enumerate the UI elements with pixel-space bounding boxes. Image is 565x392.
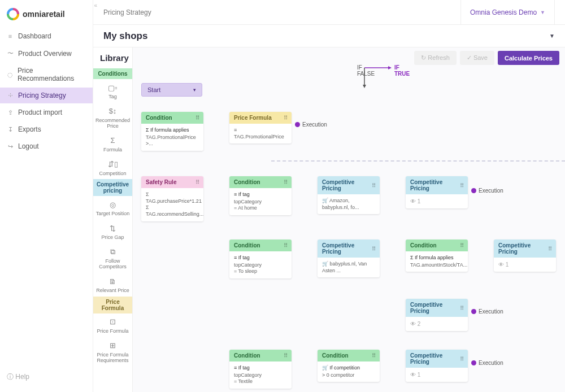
drag-icon[interactable]: ⠿ [460, 242, 463, 249]
nav-icon: ⸭ [7, 92, 14, 99]
sidebar: « omniaretail ≡Dashboard〜Product Overvie… [0, 0, 93, 392]
drag-icon[interactable]: ⠿ [284, 115, 287, 121]
competitive-pricing-node[interactable]: Competitive Pricing⠿ 👁 1 [494, 239, 556, 272]
start-node[interactable]: Start▾ [141, 83, 202, 97]
lib-icon: Σ [110, 136, 115, 145]
drag-icon[interactable]: ⠿ [372, 182, 375, 189]
page-title: Pricing Strategy [103, 8, 151, 16]
logo-text: omniaretail [23, 10, 65, 19]
library-item-recommended-price[interactable]: $↕Recommended Price [93, 103, 132, 132]
condition-node[interactable]: Condition⠿ Σ If formula appliesTAG.Promo… [141, 112, 203, 151]
nav-icon: ↧ [7, 126, 14, 133]
refresh-button[interactable]: ↻ Refresh [414, 51, 457, 65]
drag-icon[interactable]: ⠿ [460, 182, 463, 189]
library-item-relevant-price[interactable]: 🗎Relevant Price [93, 273, 132, 297]
nav-item-exports[interactable]: ↧Exports [0, 121, 93, 137]
lib-icon: ⊞ [110, 341, 116, 350]
drag-icon[interactable]: ⠿ [460, 305, 463, 311]
svg-marker-3 [363, 85, 366, 88]
safety-rule-node[interactable]: Safety Rule⠿ Σ TAG.purchasePrice*1.21Σ T… [141, 176, 203, 221]
condition-node[interactable]: Condition⠿ ≡ If tagtopCategory = To slee… [229, 239, 292, 278]
lib-icon: $↕ [109, 107, 117, 116]
shops-title[interactable]: My shops [103, 31, 147, 42]
library-item-competition[interactable]: ⇵▯Competition [93, 156, 132, 180]
save-button[interactable]: ✓ Save [460, 51, 494, 65]
account-selector[interactable]: Omnia Genesis Demo▼ [460, 0, 555, 24]
nav-item-logout[interactable]: ↪Logout [0, 138, 93, 154]
competitive-pricing-node[interactable]: Competitive Pricing⠿ 🛒 babyplus.nl, Van … [318, 239, 380, 277]
nav-item-price-recommendations[interactable]: ◌Price Recommendations [0, 63, 93, 86]
calculate-prices-button[interactable]: Calculate Prices [498, 51, 559, 65]
execution-label: Execution [472, 308, 503, 315]
chevron-down-icon: ▼ [540, 10, 545, 15]
condition-node[interactable]: Condition⠿ ≡ If tagtopCategory = Textile [229, 350, 292, 389]
price-formula-node[interactable]: Price Formula⠿ ≡ TAG.PromotionalPrice [229, 112, 292, 143]
library-panel: Library Conditions▢▫Tag$↕Recommended Pri… [93, 47, 133, 392]
library-section: Price Formula [93, 297, 132, 313]
nav-icon: ⇪ [7, 109, 14, 116]
canvas[interactable]: ↻ Refresh ✓ Save Calculate Prices IF TRU… [133, 47, 565, 392]
condition-node[interactable]: Condition⠿ Σ If formula appliesTAG.amoun… [406, 239, 468, 272]
library-item-price-formula[interactable]: ⊡Price Formula [93, 313, 132, 337]
nav-item-product-overview[interactable]: 〜Product Overview [0, 45, 93, 62]
nav-icon: 〜 [7, 49, 14, 58]
lib-icon: ⊡ [110, 317, 116, 326]
library-item-price-formula-requirements[interactable]: ⊞Price Formula Requirements [93, 337, 132, 367]
lib-icon: 🗎 [109, 277, 116, 286]
logo-icon [7, 8, 19, 20]
nav-icon: ≡ [7, 33, 14, 40]
library-title: Library [93, 47, 132, 68]
drag-icon[interactable]: ⠿ [372, 246, 375, 252]
drag-icon[interactable]: ⠿ [372, 352, 375, 359]
lib-icon: ▢▫ [108, 83, 118, 92]
drag-icon[interactable]: ⠿ [284, 179, 287, 185]
drag-icon[interactable]: ⠿ [284, 352, 287, 359]
topbar: Pricing Strategy Omnia Genesis Demo▼ [93, 0, 565, 25]
library-section: Conditions [93, 68, 132, 79]
lib-icon: ⧉ [110, 247, 115, 256]
competitive-pricing-node[interactable]: Competitive Pricing⠿ 👁 1 [406, 350, 468, 382]
condition-node[interactable]: Condition⠿ ≡ If tagtopCategory = At home [229, 176, 292, 215]
lib-icon: ⇵▯ [108, 160, 118, 169]
drag-icon[interactable]: ⠿ [548, 246, 551, 252]
svg-marker-1 [388, 66, 392, 69]
competitive-pricing-node[interactable]: Competitive Pricing⠿ 👁 1 [406, 176, 468, 208]
divider [271, 160, 565, 162]
execution-label: Execution [472, 188, 503, 194]
nav-icon: ◌ [7, 71, 13, 79]
chevron-down-icon[interactable]: ▼ [549, 33, 555, 39]
logo[interactable]: omniaretail [0, 6, 93, 28]
condition-node[interactable]: Condition⠿ 🛒 If competition> 0 competito… [318, 350, 380, 382]
library-item-formula[interactable]: ΣFormula [93, 132, 132, 156]
chevron-down-icon: ▾ [193, 87, 196, 93]
help-link[interactable]: ⓘ Help [0, 368, 93, 386]
drag-icon[interactable]: ⠿ [195, 115, 199, 121]
lib-icon: ⇅ [110, 224, 116, 233]
library-item-tag[interactable]: ▢▫Tag [93, 79, 132, 103]
nav-item-dashboard[interactable]: ≡Dashboard [0, 28, 93, 44]
nav-icon: ↪ [7, 143, 14, 150]
nav-item-product-import[interactable]: ⇪Product import [0, 104, 93, 120]
competitive-pricing-node[interactable]: Competitive Pricing⠿ 🛒 Amazon, babyplus.… [318, 176, 380, 214]
drag-icon[interactable]: ⠿ [284, 242, 287, 249]
shopbar: My shops ▼ [93, 25, 565, 47]
collapse-icon[interactable]: « [94, 2, 97, 8]
drag-icon[interactable]: ⠿ [460, 356, 463, 362]
library-item-follow-competitors[interactable]: ⧉Follow Competitors [93, 243, 132, 273]
competitive-pricing-node[interactable]: Competitive Pricing⠿ 👁 2 [406, 299, 468, 331]
library-item-price-gap[interactable]: ⇅Price Gap [93, 220, 132, 243]
nav-item-pricing-strategy[interactable]: ⸭Pricing Strategy [0, 88, 93, 103]
execution-label: Execution [296, 121, 327, 128]
library-section: Competitive pricing [93, 179, 132, 196]
lib-icon: ◎ [110, 200, 116, 209]
library-item-target-position[interactable]: ◎Target Position [93, 196, 132, 220]
execution-label: Execution [472, 360, 503, 366]
drag-icon[interactable]: ⠿ [195, 179, 199, 185]
